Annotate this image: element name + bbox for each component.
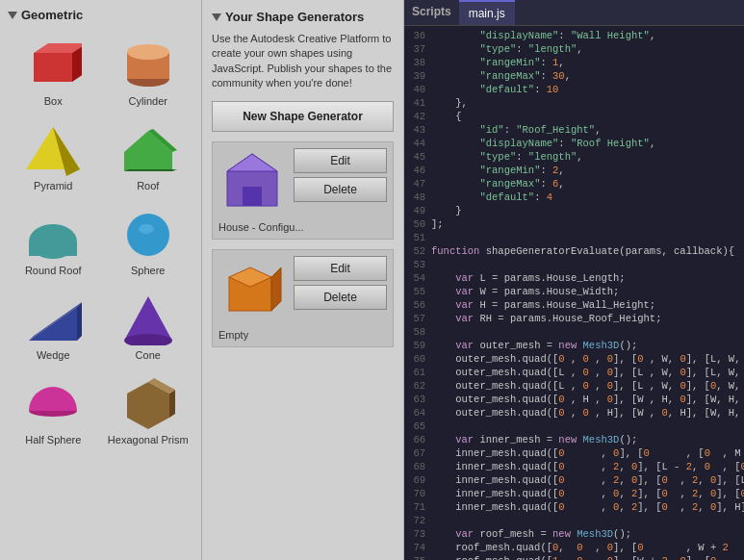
line-number: 68 (404, 461, 431, 474)
code-line: 60 outer_mesh.quad([0 , 0 , 0], [0 , W, … (404, 353, 744, 367)
cylinder-label: Cylinder (129, 95, 167, 107)
sphere-shape-preview (115, 205, 182, 263)
code-line: 74 roof_mesh.quad([0, 0 , 0], [0 , W + 2 (404, 542, 744, 555)
code-line: 44 "displayName": "Roof Height", (404, 138, 744, 151)
line-number: 60 (404, 353, 431, 367)
shape-item-hexprism[interactable]: Hexagonal Prism (103, 369, 194, 449)
empty-card: Edit Delete Empty (212, 249, 394, 347)
line-content: "default": 4 (431, 191, 552, 205)
house-card: Edit Delete House - Configu... (212, 141, 394, 240)
scripts-label: Scripts (412, 0, 459, 25)
mid-collapse-icon[interactable] (212, 13, 221, 21)
roundroof-shape-preview (19, 205, 87, 263)
line-number: 55 (404, 286, 431, 299)
house-delete-button[interactable]: Delete (294, 177, 387, 202)
main-js-tab[interactable]: main.js (459, 0, 515, 25)
line-content: inner_mesh.quad([0 , 2, 0], [0 , 2, 0], … (431, 474, 744, 488)
house-edit-button[interactable]: Edit (294, 148, 387, 173)
code-line: 54 var L = params.House_Length; (404, 272, 744, 286)
code-line: 56 var H = params.House_Wall_Height; (404, 299, 744, 313)
code-editor[interactable]: 36 "displayName": "Wall Height",37 "type… (404, 26, 744, 560)
line-content: function shapeGeneratorEvaluate(params, … (431, 245, 734, 259)
new-shape-button[interactable]: New Shape Generator (212, 101, 394, 132)
code-line: 75 roof_mesh.quad([1, 0 , 0], [W + 2, 0]… (404, 555, 744, 560)
collapse-icon[interactable] (8, 12, 17, 19)
line-content: "default": 10 (431, 84, 558, 97)
code-line: 37 "type": "length", (404, 43, 744, 57)
code-line: 59 var outer_mesh = new Mesh3D(); (404, 340, 744, 353)
shape-item-sphere[interactable]: Sphere (103, 199, 194, 280)
line-number: 63 (404, 394, 431, 407)
shape-item-roundroof[interactable]: Round Roof (8, 199, 99, 280)
shape-item-halfsphere[interactable]: Half Sphere (8, 369, 99, 449)
house-shape-img (218, 148, 286, 216)
line-number: 49 (404, 205, 431, 218)
line-content: var H = params.House_Wall_Height; (431, 299, 655, 313)
line-number: 56 (404, 299, 431, 313)
shape-item-box[interactable]: Box (8, 30, 99, 111)
mid-header: Your Shape Generators (212, 10, 394, 24)
shape-item-wedge[interactable]: Wedge (8, 284, 99, 365)
shape-item-roof[interactable]: Roof (103, 115, 194, 195)
empty-edit-button[interactable]: Edit (294, 256, 387, 281)
line-number: 62 (404, 380, 431, 394)
empty-card-name: Empty (218, 329, 387, 341)
line-content: inner_mesh.quad([0 , 0, 2], [0 , 2, 0], … (431, 501, 744, 515)
shape-item-cylinder[interactable]: Cylinder (103, 30, 194, 111)
svg-point-12 (29, 224, 77, 259)
line-number: 59 (404, 340, 431, 353)
line-number: 47 (404, 178, 431, 191)
svg-marker-29 (271, 267, 281, 311)
shape-item-cone[interactable]: Cone (103, 284, 194, 365)
mid-description: Use the Autodesk Creative Platform to cr… (212, 32, 394, 91)
line-number: 38 (404, 57, 431, 70)
code-line: 45 "type": "length", (404, 151, 744, 165)
line-content: outer_mesh.quad([0 , H , 0], [W , H, 0],… (431, 394, 740, 407)
code-line: 48 "default": 4 (404, 191, 744, 205)
line-number: 67 (404, 447, 431, 461)
code-line: 70 inner_mesh.quad([0 , 0, 2], [0 , 2, 0… (404, 488, 744, 501)
code-line: 41 }, (404, 97, 744, 111)
code-line: 57 var RH = params.House_Roof_Height; (404, 313, 744, 326)
pyramid-label: Pyramid (34, 180, 72, 191)
line-content: var outer_mesh = new Mesh3D(); (431, 340, 637, 353)
line-content: "type": "length", (431, 151, 583, 165)
svg-point-14 (139, 224, 154, 234)
line-number: 58 (404, 326, 431, 340)
right-panel: Scripts main.js 36 "displayName": "Wall … (404, 0, 744, 560)
empty-delete-button[interactable]: Delete (294, 285, 387, 310)
line-number: 66 (404, 434, 431, 447)
code-line: 43 "id": "Roof_Height", (404, 124, 744, 138)
line-content: "rangeMin": 1, (431, 57, 565, 70)
cone-label: Cone (136, 349, 161, 361)
code-line: 46 "rangeMin": 2, (404, 165, 744, 178)
line-content: outer_mesh.quad([0 , 0 , 0], [0 , W, 0],… (431, 353, 740, 367)
cone-shape-preview (115, 290, 182, 347)
shape-item-pyramid[interactable]: Pyramid (8, 115, 99, 195)
line-number: 70 (404, 488, 431, 501)
line-number: 75 (404, 555, 431, 560)
line-content: "rangeMin": 2, (431, 165, 565, 178)
line-number: 46 (404, 165, 431, 178)
line-content: "rangeMax": 30, (431, 70, 571, 84)
line-content: roof_mesh.quad([1, 0 , 0], [W + 2, 0], [… (431, 555, 744, 560)
line-number: 50 (404, 218, 431, 232)
box-label: Box (44, 95, 63, 107)
code-line: 68 inner_mesh.quad([0 , 2, 0], [L - 2, 0… (404, 461, 744, 474)
line-number: 73 (404, 528, 431, 542)
svg-marker-16 (77, 302, 82, 341)
line-number: 44 (404, 138, 431, 151)
line-number: 69 (404, 474, 431, 488)
line-number: 64 (404, 407, 431, 420)
code-line: 47 "rangeMax": 6, (404, 178, 744, 191)
code-line: 36 "displayName": "Wall Height", (404, 30, 744, 43)
line-number: 72 (404, 515, 431, 528)
hexprism-label: Hexagonal Prism (108, 434, 189, 445)
house-card-name: House - Configu... (218, 221, 387, 233)
halfsphere-label: Half Sphere (25, 434, 81, 445)
code-line: 38 "rangeMin": 1, (404, 57, 744, 70)
line-content: outer_mesh.quad([0 , 0 , H], [W , 0, H],… (431, 407, 740, 420)
code-line: 55 var W = params.House_Width; (404, 286, 744, 299)
empty-shape-img (218, 256, 286, 323)
line-content: "displayName": "Roof Height", (431, 138, 655, 151)
